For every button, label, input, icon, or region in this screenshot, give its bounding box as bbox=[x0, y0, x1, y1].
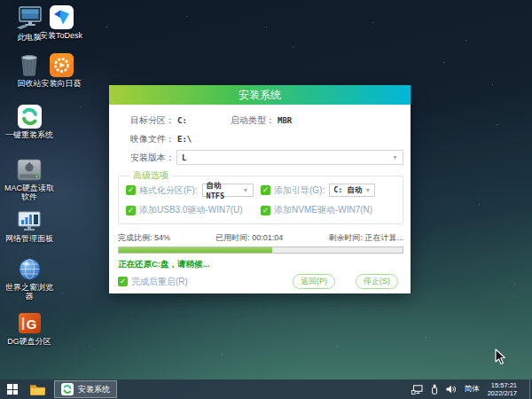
install-version-row: 安装版本： L ▼ bbox=[130, 148, 403, 167]
desktop-icon-network-panel[interactable]: 网络管理面板 bbox=[4, 207, 55, 243]
network-icon[interactable] bbox=[411, 385, 423, 395]
todesk-icon bbox=[50, 4, 74, 29]
target-partition-row: 目标分区： C: 启动类型： MBR bbox=[130, 111, 403, 129]
reinstall-system-icon bbox=[61, 383, 74, 395]
progress-info-row: 完成比例: 54% 已用时间: 00:01:04 剩余时间: 正在计算... bbox=[118, 232, 403, 244]
sunflower-icon bbox=[50, 51, 74, 77]
diskgenius-icon: G bbox=[18, 309, 42, 335]
format-mode-dropdown[interactable]: 自动 NTFS ▼ bbox=[202, 184, 254, 197]
dialog-footer: ✓ 完成后重启(R) 返回(P) 停止(S) bbox=[118, 274, 403, 289]
advanced-options-group: 高级选项 ✓ 格式化分区(F): 自动 NTFS ▼ ✓ 添加引导(G): bbox=[118, 169, 403, 224]
desktop-icon-one-click-reinstall[interactable]: 一键重装系统 bbox=[4, 103, 55, 139]
svg-text:G: G bbox=[26, 317, 36, 332]
target-partition-label: 目标分区： bbox=[130, 114, 175, 127]
folder-icon bbox=[29, 383, 46, 396]
image-file-row: 映像文件： E:\ bbox=[130, 129, 403, 148]
system-tray: 简体 15:57:21 2022/2/17 bbox=[411, 379, 532, 399]
format-partition-checkbox[interactable]: ✓ bbox=[126, 185, 136, 195]
start-button[interactable] bbox=[0, 379, 25, 399]
target-partition-value: C: bbox=[177, 116, 187, 125]
format-mode-value: 自动 NTFS bbox=[207, 181, 243, 200]
clock-time: 15:57:21 bbox=[488, 381, 517, 389]
install-version-combobox[interactable]: L ▼ bbox=[176, 150, 403, 165]
icon-label: 网络管理面板 bbox=[4, 234, 55, 243]
speaker-icon[interactable] bbox=[446, 385, 457, 394]
icon-label: MAC硬盘读取软件 bbox=[4, 184, 55, 201]
install-version-label: 安装版本： bbox=[130, 152, 175, 164]
boot-type-label: 启动类型： bbox=[231, 114, 275, 127]
desktop-icon-install-todesk[interactable]: 安装ToDesk bbox=[35, 4, 87, 40]
star-field bbox=[0, 0, 1, 1]
taskbar-clock[interactable]: 15:57:21 2022/2/17 bbox=[488, 381, 517, 397]
desktop-icon-dg-partition[interactable]: G DG硬盘分区 bbox=[4, 309, 55, 346]
stop-button[interactable]: 停止(S) bbox=[356, 274, 398, 289]
nvme-driver-label: 添加NVME驱动-WIN7(N) bbox=[274, 204, 372, 216]
progress-fill bbox=[119, 247, 272, 253]
usb3-driver-option: ✓ 添加USB3.0驱动-WIN7(U) bbox=[126, 204, 261, 216]
desktop-icon-install-sunflower[interactable]: 安装向日葵 bbox=[35, 51, 87, 88]
icon-label: 世界之窗浏览器 bbox=[4, 283, 55, 301]
install-version-value: L bbox=[182, 153, 186, 162]
progress-percent-text: 完成比例: 54% bbox=[118, 232, 170, 244]
globe-browser-icon bbox=[18, 255, 42, 281]
reboot-after-finish-label: 完成后重启(R) bbox=[131, 276, 188, 288]
image-file-label: 映像文件： bbox=[130, 133, 175, 145]
advanced-options-legend: 高级选项 bbox=[129, 169, 172, 182]
boot-target-value: C: 自动 bbox=[333, 185, 362, 196]
chevron-down-icon: ▼ bbox=[392, 154, 398, 160]
desktop-icon-world-window-browser[interactable]: 世界之窗浏览器 bbox=[4, 255, 55, 301]
taskbar-task-label: 安装系统 bbox=[78, 384, 110, 395]
add-boot-option: ✓ 添加引导(G): C: 自动 ▼ bbox=[261, 184, 395, 197]
taskbar-task-install-system[interactable]: 安装系统 bbox=[54, 380, 117, 398]
add-boot-checkbox[interactable]: ✓ bbox=[261, 185, 270, 195]
chevron-down-icon: ▼ bbox=[364, 187, 371, 193]
desktop-icon-mac-disk-reader[interactable]: MAC硬盘读取软件 bbox=[4, 156, 55, 201]
back-button[interactable]: 返回(P) bbox=[293, 274, 335, 289]
progress-bar bbox=[118, 246, 403, 254]
format-partition-label: 格式化分区(F): bbox=[139, 184, 198, 197]
windows-logo-icon bbox=[7, 384, 18, 395]
format-partition-option: ✓ 格式化分区(F): 自动 NTFS ▼ bbox=[126, 184, 261, 197]
desktop-wallpaper: 此电脑 安装ToDesk 回收站 bbox=[0, 0, 532, 399]
clock-date: 2022/2/17 bbox=[488, 389, 517, 397]
usb3-driver-checkbox[interactable]: ✓ bbox=[126, 206, 136, 215]
usb-device-icon[interactable] bbox=[431, 384, 438, 395]
image-file-value: E:\ bbox=[177, 135, 192, 144]
dialog-title: 安装系统 bbox=[239, 88, 281, 103]
mouse-cursor bbox=[495, 348, 506, 365]
icon-label: 一键重装系统 bbox=[4, 130, 55, 139]
icon-label: DG硬盘分区 bbox=[4, 337, 55, 346]
reinstall-system-icon bbox=[18, 103, 42, 129]
taskbar: 安装系统 简体 15:57:21 2022/2/17 bbox=[0, 379, 532, 399]
restore-status-text: 正在还原C:盘，请稍候... bbox=[118, 259, 403, 270]
nvme-driver-option: ✓ 添加NVME驱动-WIN7(N) bbox=[261, 204, 395, 216]
boot-target-dropdown[interactable]: C: 自动 ▼ bbox=[329, 184, 375, 197]
usb3-driver-label: 添加USB3.0驱动-WIN7(U) bbox=[139, 204, 243, 216]
dialog-title-bar[interactable]: 安装系统 bbox=[109, 85, 411, 105]
elapsed-time-text: 已用时间: 00:01:04 bbox=[215, 232, 283, 244]
install-system-dialog: 安装系统 目标分区： C: 启动类型： MBR 映像文件： E:\ 安装版本： bbox=[109, 85, 411, 293]
file-explorer-button[interactable] bbox=[25, 379, 50, 399]
mac-disk-icon bbox=[17, 156, 42, 182]
add-boot-label: 添加引导(G): bbox=[274, 184, 325, 197]
reboot-after-finish-checkbox[interactable]: ✓ bbox=[118, 277, 128, 286]
icon-label: 安装ToDesk bbox=[35, 31, 87, 40]
boot-type-value: MBR bbox=[278, 116, 292, 125]
ime-indicator[interactable]: 简体 bbox=[465, 384, 480, 395]
icon-label: 安装向日葵 bbox=[35, 79, 87, 88]
chevron-down-icon: ▼ bbox=[243, 187, 249, 193]
network-panel-icon bbox=[18, 207, 41, 232]
remaining-time-text: 剩余时间: 正在计算... bbox=[328, 232, 403, 244]
nvme-driver-checkbox[interactable]: ✓ bbox=[261, 206, 270, 215]
